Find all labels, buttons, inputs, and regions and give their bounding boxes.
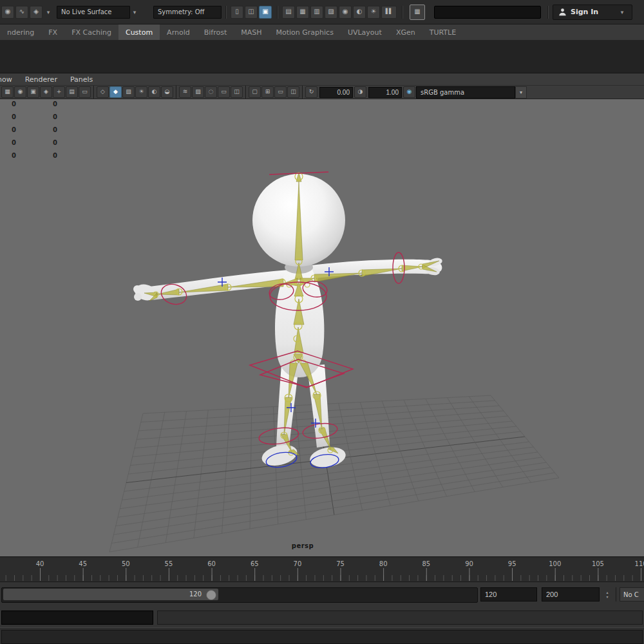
content-browser-icon[interactable]: ▦ — [410, 5, 425, 20]
isolate-select-icon[interactable]: ▭ — [218, 86, 230, 98]
frame-label: 45 — [79, 560, 87, 567]
depth-of-field-icon[interactable]: ◌ — [205, 86, 217, 98]
shelf-tab-xgen[interactable]: XGen — [389, 24, 422, 40]
grease-pencil-icon[interactable]: ▤ — [66, 86, 78, 98]
film-gate-icon[interactable]: ▭ — [79, 86, 91, 98]
ipr-render-icon[interactable]: ▥ — [310, 6, 323, 19]
symmetry-field[interactable]: Symmetry: Off — [153, 6, 222, 19]
toolbar-separator — [402, 6, 403, 19]
color-space-combo[interactable]: sRGB gamma — [416, 86, 515, 99]
snap-to-grids-icon[interactable]: ◉ — [1, 6, 14, 19]
render-settings-icon[interactable]: ◉ — [339, 6, 352, 19]
bookmarks-icon[interactable]: ▣ — [27, 86, 39, 98]
menu-panels[interactable]: Panels — [70, 75, 93, 84]
render-view-icon[interactable]: ▤ — [282, 6, 295, 19]
frame-label: 55 — [165, 560, 173, 567]
shelf-tab-arnold[interactable]: Arnold — [160, 24, 197, 40]
field-chart-icon[interactable]: ▭ — [274, 86, 287, 98]
frame-label: 80 — [379, 560, 388, 567]
smooth-shade-icon[interactable]: ◆ — [109, 86, 122, 98]
search-input[interactable] — [434, 6, 541, 19]
xray-icon[interactable]: ◫ — [231, 86, 243, 98]
hud-value: 0 — [12, 139, 16, 146]
render-icon-group: ▤▦▥▨◉◐☀ — [282, 6, 381, 19]
view-transform-icon[interactable]: ◉ — [403, 86, 415, 98]
frame-label: 75 — [336, 560, 345, 567]
render-current-frame-icon[interactable]: ▦ — [296, 6, 309, 19]
shadows-icon[interactable]: ◐ — [148, 86, 160, 98]
frame-label: 40 — [36, 560, 44, 567]
toolbar-separator — [547, 6, 549, 19]
sign-in-button[interactable]: Sign In ▾ — [553, 5, 632, 20]
menu-renderer[interactable]: Renderer — [25, 75, 57, 84]
menu-show[interactable]: how — [0, 75, 12, 84]
modeling-toolkit-icon[interactable]: ▣ — [259, 6, 272, 19]
snap-to-points-icon[interactable]: ◈ — [30, 6, 43, 19]
single-perspective-view-icon[interactable]: ▯ — [231, 6, 243, 19]
range-handle-value: 120 — [189, 591, 202, 598]
timeline-ticks[interactable] — [0, 568, 644, 581]
snap-to-curves-icon[interactable]: ∿ — [15, 6, 28, 19]
four-view-layout-icon[interactable]: ◫ — [245, 6, 258, 19]
spinner-up-icon[interactable]: ▴ — [606, 590, 608, 594]
shelf-tab-motion-graphics[interactable]: Motion Graphics — [269, 24, 341, 40]
playback-start-field[interactable] — [480, 587, 537, 601]
shelf-tab-turtle[interactable]: TURTLE — [422, 24, 463, 40]
spinner-down-icon[interactable]: ▾ — [606, 594, 608, 599]
select-camera-icon[interactable]: ▦ — [1, 86, 14, 98]
shelf-content-area — [0, 41, 644, 73]
command-line-input[interactable] — [1, 611, 153, 625]
user-icon — [558, 8, 567, 16]
render-sequence-icon[interactable]: ▨ — [325, 6, 337, 19]
shelf-tab-uvlayout[interactable]: UVLayout — [341, 24, 389, 40]
light-editor-icon[interactable]: ☀ — [367, 6, 380, 19]
multisampling-icon[interactable]: ▨ — [192, 86, 204, 98]
2d-pan-zoom-icon[interactable]: + — [53, 86, 65, 98]
screen-space-ao-icon[interactable]: ◒ — [161, 86, 173, 98]
frame-label: 50 — [122, 560, 130, 567]
range-slider-track[interactable]: 120 — [1, 587, 478, 603]
help-line-row — [0, 627, 644, 644]
range-slider-handle[interactable]: 120 — [3, 589, 218, 600]
shelf-tab-fx[interactable]: FX — [41, 24, 64, 40]
shelf-tab-bar: nderingFXFX CachingCustomArnoldBifrostMA… — [0, 24, 644, 41]
frame-label: 105 — [592, 560, 604, 567]
safe-action-icon[interactable]: ◫ — [287, 86, 299, 98]
time-slider[interactable]: 404550556065707580859095100105110 — [0, 556, 644, 582]
snap-options-caret-icon[interactable]: ▾ — [44, 9, 53, 15]
camera-attributes-icon[interactable]: ◉ — [14, 86, 26, 98]
hud-value: 0 — [53, 113, 57, 120]
live-surface-field[interactable]: No Live Surface — [57, 6, 130, 19]
shelf-tab-mash[interactable]: MASH — [234, 24, 269, 40]
command-line-result[interactable] — [157, 611, 643, 625]
image-plane-icon[interactable]: ◈ — [40, 86, 52, 98]
film-gate-mask-icon[interactable]: ⊞ — [261, 86, 274, 98]
exposure-icon[interactable]: ↻ — [305, 86, 317, 98]
textured-icon[interactable]: ▧ — [122, 86, 135, 98]
gamma-field[interactable] — [368, 87, 402, 98]
perspective-viewport[interactable]: 0000000000 persp — [0, 99, 644, 556]
hud-value: 0 — [53, 139, 57, 146]
motion-blur-icon[interactable]: ≋ — [179, 86, 191, 98]
shelf-tab-bifrost[interactable]: Bifrost — [197, 24, 234, 40]
hypershade-icon[interactable]: ◐ — [353, 6, 366, 19]
live-surface-caret-icon[interactable]: ▾ — [130, 9, 139, 15]
viewport-toolbar-separator — [176, 86, 177, 99]
pause-viewport-icon[interactable]: ▌▌ — [381, 6, 397, 19]
wireframe-icon[interactable]: ◇ — [97, 86, 109, 98]
shelf-tab-fx-caching[interactable]: FX Caching — [64, 24, 118, 40]
shelf-tab-custom[interactable]: Custom — [118, 24, 160, 40]
range-slider-knob[interactable] — [206, 590, 216, 600]
range-spinner[interactable]: ▴ ▾ — [603, 587, 612, 601]
gamma-icon[interactable]: ◑ — [354, 86, 366, 98]
playback-end-field[interactable] — [542, 587, 600, 601]
resolution-gate-icon[interactable]: ▢ — [249, 86, 261, 98]
exposure-field[interactable] — [319, 87, 353, 98]
range-slider-row: 120 ▴ ▾ No C — [0, 582, 644, 608]
frame-label: 65 — [251, 560, 259, 567]
shelf-tab-ndering[interactable]: ndering — [0, 24, 41, 40]
use-all-lights-icon[interactable]: ☀ — [135, 86, 147, 98]
color-space-caret-icon[interactable]: ▾ — [515, 86, 527, 99]
help-line — [1, 630, 643, 644]
character-set-dropdown[interactable]: No C — [620, 587, 644, 601]
